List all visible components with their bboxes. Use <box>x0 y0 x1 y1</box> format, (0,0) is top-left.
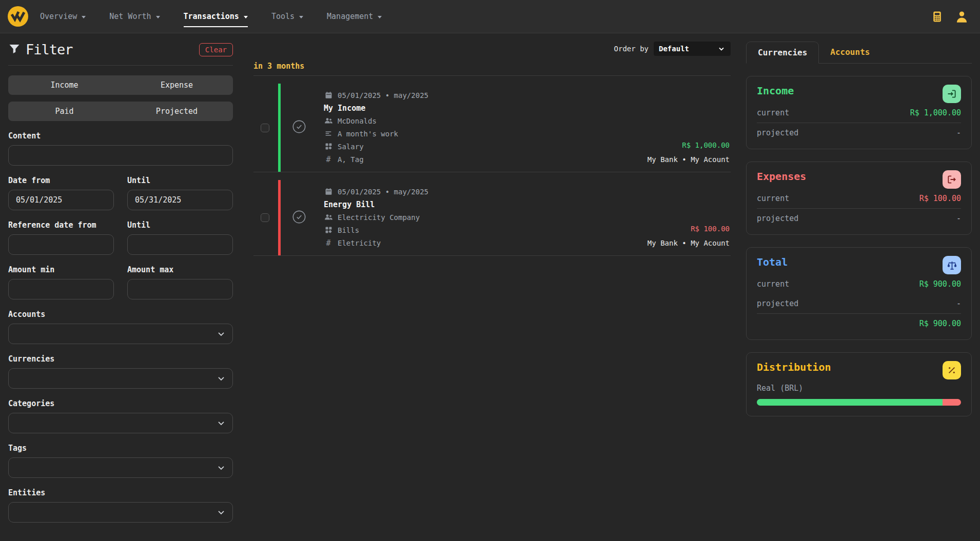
transaction-description: A month's work <box>324 127 648 140</box>
hash-icon: # <box>324 155 333 164</box>
clear-filter-button[interactable]: Clear <box>199 43 233 56</box>
transaction-tags: # A, Tag <box>324 153 648 166</box>
nav-item-label: Transactions <box>184 12 239 21</box>
transaction-category: Bills <box>324 224 648 236</box>
hash-icon: # <box>324 238 333 248</box>
tab-accounts[interactable]: Accounts <box>819 42 881 64</box>
nav-item-label: Tools <box>271 12 295 21</box>
nav-item-label: Net Worth <box>109 12 151 21</box>
chevron-down-icon <box>299 16 303 18</box>
expenses-current-row: current R$ 100.00 <box>757 189 961 209</box>
category-shapes-icon <box>324 226 333 234</box>
nav-item-label: Management <box>327 12 373 21</box>
accounts-select[interactable] <box>8 324 233 344</box>
reference-date-until-input[interactable] <box>127 234 233 255</box>
income-card-title: Income <box>757 85 794 97</box>
date-until-label: Until <box>127 176 233 185</box>
nav-item-transactions[interactable]: Transactions <box>184 0 248 33</box>
transaction-title: My Income <box>324 102 648 114</box>
transaction-entity: McDonalds <box>324 114 648 127</box>
nav-item-management[interactable]: Management <box>327 0 382 33</box>
chevron-down-icon <box>82 16 86 18</box>
tags-select[interactable] <box>8 457 233 478</box>
chevron-down-icon <box>378 16 382 18</box>
scales-icon[interactable] <box>943 256 961 274</box>
transaction-title: Energy Bill <box>324 198 648 211</box>
expense-share-bar <box>943 399 961 406</box>
app-logo[interactable] <box>7 6 29 27</box>
categories-select[interactable] <box>8 413 233 433</box>
calculator-icon[interactable] <box>931 10 944 23</box>
transaction-tags: # Eletricity <box>324 236 648 249</box>
filter-funnel-icon <box>8 43 21 57</box>
type-toggle: Income Expense <box>8 75 233 95</box>
paid-check-circle-icon[interactable] <box>292 210 306 226</box>
total-card: Total current R$ 900.00 projected - R$ <box>746 247 972 340</box>
divider <box>8 65 233 66</box>
currencies-select[interactable] <box>8 368 233 389</box>
income-projected-row: projected - <box>757 123 961 143</box>
chevron-down-icon <box>216 507 226 517</box>
transaction-checkbox[interactable] <box>261 124 269 132</box>
amount-max-input[interactable] <box>127 279 233 299</box>
transaction-account: My Bank • My Acount <box>648 153 730 166</box>
expense-toggle-button[interactable]: Expense <box>121 75 233 95</box>
nav-item-overview[interactable]: Overview <box>40 0 86 33</box>
amount-max-label: Amount max <box>127 265 233 274</box>
income-toggle-button[interactable]: Income <box>8 75 121 95</box>
transaction-checkbox[interactable] <box>261 213 269 222</box>
nav-item-label: Overview <box>40 12 77 21</box>
order-by-select[interactable]: Default <box>654 42 731 56</box>
projected-toggle-button[interactable]: Projected <box>121 102 233 121</box>
content-label: Content <box>8 131 233 141</box>
entities-select[interactable] <box>8 502 233 523</box>
chevron-down-icon <box>216 373 226 384</box>
nav-item-tools[interactable]: Tools <box>271 0 303 33</box>
category-shapes-icon <box>324 143 333 150</box>
calendar-icon <box>324 91 333 99</box>
transaction-amount: R$ 100.00 <box>691 222 730 235</box>
income-share-bar <box>757 399 943 406</box>
login-arrow-icon[interactable] <box>943 85 961 103</box>
distribution-progress-bar <box>757 399 961 406</box>
chevron-down-icon <box>156 16 160 18</box>
order-by-value: Default <box>659 45 689 53</box>
nav-menu: Overview Net Worth Transactions Tools Ma… <box>40 0 382 33</box>
paid-toggle-button[interactable]: Paid <box>8 102 121 121</box>
transaction-date: 05/01/2025 • may/2025 <box>324 185 648 198</box>
user-icon[interactable] <box>955 10 969 24</box>
distribution-card-title: Distribution <box>757 361 831 373</box>
calendar-icon <box>324 188 333 195</box>
status-toggle: Paid Projected <box>8 102 233 121</box>
summary-tabs: Currencies Accounts <box>746 42 972 64</box>
reference-date-from-input[interactable] <box>8 234 114 255</box>
paid-check-circle-icon[interactable] <box>292 119 306 136</box>
total-card-title: Total <box>757 256 788 268</box>
transaction-date: 05/01/2025 • may/2025 <box>324 89 648 102</box>
date-until-input[interactable] <box>127 190 233 210</box>
income-card: Income current R$ 1,000.00 projected - <box>746 76 972 149</box>
expenses-card-title: Expenses <box>757 170 806 183</box>
date-from-input[interactable] <box>8 190 114 210</box>
users-icon <box>324 213 333 222</box>
transaction-entity: Electricity Company <box>324 211 648 224</box>
amount-min-input[interactable] <box>8 279 114 299</box>
distribution-currency-label: Real (BRL) <box>757 384 961 393</box>
distribution-card: Distribution Real (BRL) <box>746 352 972 416</box>
content-input[interactable] <box>8 145 233 166</box>
transactions-list: Order by Default in 3 months <box>241 33 746 541</box>
transaction-row[interactable]: 05/01/2025 • may/2025 Energy Bill Electr… <box>253 180 731 256</box>
nav-item-net-worth[interactable]: Net Worth <box>109 0 160 33</box>
filter-title: Filter <box>26 42 73 57</box>
percent-icon[interactable] <box>943 361 961 379</box>
transaction-category: Salary <box>324 140 648 153</box>
transaction-row[interactable]: 05/01/2025 • may/2025 My Income McDonald… <box>253 84 731 172</box>
entities-label: Entities <box>8 488 233 497</box>
date-from-label: Date from <box>8 176 114 185</box>
amount-min-label: Amount min <box>8 265 114 274</box>
total-projected-row: projected - <box>757 294 961 313</box>
tab-currencies[interactable]: Currencies <box>746 42 819 64</box>
logout-arrow-icon[interactable] <box>943 170 961 189</box>
order-by-label: Order by <box>614 45 649 53</box>
tags-label: Tags <box>8 444 233 453</box>
